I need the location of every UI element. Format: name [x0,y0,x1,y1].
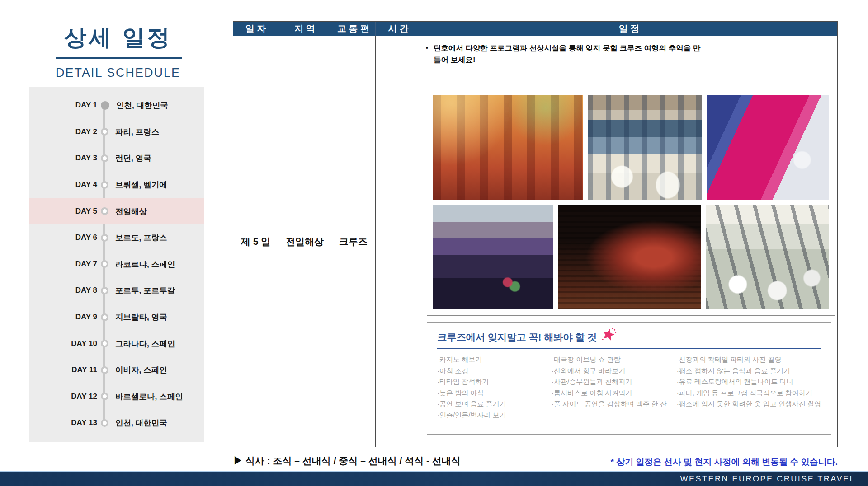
timeline-day-7: DAY 7 라코르냐, 스페인 [29,251,204,278]
timeline-day-9: DAY 9 지브랄타, 영국 [29,304,204,331]
col-header-time: 시 간 [376,22,421,36]
stage-show-photo [433,95,583,200]
photo-row-1 [433,95,829,200]
day-location: 전일해상 [115,206,147,217]
casino-photo [433,205,553,309]
timeline-dot [101,260,108,268]
timeline-dot [101,128,108,136]
timeline-dot [101,340,108,347]
day-label: DAY 13 [29,418,97,427]
timeline-day-1: DAY 1 인천, 대한민국 [29,92,204,119]
photo-row-2 [433,205,829,309]
day-location: 지브랄타, 영국 [115,312,167,322]
day-label: DAY 10 [29,339,97,348]
title-underline [56,57,182,59]
timeline-dot [101,181,108,189]
mustdo-item: ·공연 보며 음료 즐기기 [437,398,552,410]
mustdo-item: ·파티, 게임 등 프로그램 적극적으로 참여하기 [677,388,821,399]
day-location: 라코르냐, 스페인 [115,259,175,270]
mustdo-item: ·사관/승무원들과 친해지기 [552,376,677,388]
schedule-table: 일 자 지 역 교 통 편 시 간 일 정 제 5 일 전일해상 크루즈 • 던… [233,21,838,447]
mustdo-column-2: ·대극장 이브닝 쇼 관람 ·선외에서 항구 바라보기 ·사관/승무원들과 친해… [552,354,677,421]
timeline-dot [101,287,108,294]
timeline-day-5-active: DAY 5 전일해상 [29,198,204,224]
timeline-day-6: DAY 6 보르도, 프랑스 [29,224,204,251]
timeline-dot-filled [101,101,109,110]
timeline-day-3: DAY 3 런던, 영국 [29,145,204,172]
bullet-icon: • [426,44,428,65]
restaurant-photo [588,95,702,200]
cell-region: 전일해상 [278,36,331,447]
mustdo-column-1: ·카지노 해보기 ·아침 조깅 ·티타임 참석하기 ·늦은 밤의 야식 ·공연 … [437,354,552,421]
day-timeline-panel: DAY 1 인천, 대한민국 DAY 2 파리, 프랑스 DAY 3 런던, 영… [29,87,204,442]
day-label: DAY 8 [29,286,97,295]
mustdo-item: ·티타임 참석하기 [437,376,552,388]
mustdo-box: 크루즈에서 잊지말고 꼭! 해봐야 할 것 ·카지노 [427,322,831,435]
day-location: 파리, 프랑스 [115,126,159,137]
mustdo-item: ·선장과의 칵테일 파티와 사진 촬영 [677,354,821,365]
cell-transport: 크루즈 [331,36,376,447]
cell-schedule-content: • 던호에서 다양한 프로그램과 선상시설을 통해 잊지 못할 크루즈 여행의 … [421,36,837,447]
day-location: 보르도, 프랑스 [115,232,167,243]
timeline-dot [101,154,108,162]
page-title: 상세 일정 [29,23,207,53]
mustdo-item: ·대극장 이브닝 쇼 관람 [552,354,677,365]
timeline-dot [101,207,108,215]
day-label: DAY 12 [29,392,97,401]
mustdo-item: ·평소 접하지 않는 음식과 음료 즐기기 [677,365,821,377]
day-location: 바르셀로나, 스페인 [115,391,183,402]
star-icon [601,327,617,344]
mustdo-title: 크루즈에서 잊지말고 꼭! 해봐야 할 것 [437,331,597,344]
photo-collage [427,89,835,316]
mustdo-item: ·아침 조깅 [437,365,552,377]
cruise-intro: • 던호에서 다양한 프로그램과 선상시설을 통해 잊지 못할 크루즈 여행의 … [426,42,705,65]
footer-bar: WESTERN EUROPE CRUISE TRAVEL [0,471,868,486]
footer-brand: WESTERN EUROPE CRUISE TRAVEL [680,474,855,484]
timeline-dot [101,234,108,242]
day-label: DAY 3 [29,154,97,163]
timeline-dot [101,393,108,400]
day-label: DAY 11 [29,365,97,374]
timeline-day-8: DAY 8 포르투, 포르투갈 [29,277,204,304]
day-label: DAY 7 [29,260,97,269]
day-location: 이비자, 스페인 [115,364,167,375]
day-label: DAY 4 [29,180,97,189]
timeline-dot [101,419,108,427]
cell-date: 제 5 일 [233,36,278,447]
timeline-dot [101,366,108,374]
day-location: 인천, 대한민국 [115,417,167,428]
timeline-day-13: DAY 13 인천, 대한민국 [29,410,204,436]
mustdo-underline [437,348,821,349]
timeline-day-11: DAY 11 이비자, 스페인 [29,357,204,383]
mustdo-item: ·유료 레스토랑에서의 캔들나이트 디너 [677,376,821,388]
day-label: DAY 6 [29,233,97,242]
col-header-schedule: 일 정 [421,22,837,36]
theater-photo [558,205,701,309]
day-location: 인천, 대한민국 [116,100,168,111]
mustdo-column-3: ·선장과의 칵테일 파티와 사진 촬영 ·평소 접하지 않는 음식과 음료 즐기… [677,354,821,421]
day-location: 브뤼셀, 벨기에 [115,179,167,190]
mustdo-header: 크루즈에서 잊지말고 꼭! 해봐야 할 것 [427,323,831,344]
mustdo-item: ·늦은 밤의 야식 [437,388,552,399]
mustdo-columns: ·카지노 해보기 ·아침 조깅 ·티타임 참석하기 ·늦은 밤의 야식 ·공연 … [427,354,831,421]
cruise-intro-text: 던호에서 다양한 프로그램과 선상시설을 통해 잊지 못할 크루즈 여행의 추억… [434,42,705,65]
mustdo-item: ·선외에서 항구 바라보기 [552,365,677,377]
timeline-day-2: DAY 2 파리, 프랑스 [29,119,204,145]
day-location: 그라나다, 스페인 [115,338,175,349]
day-location: 포르투, 포르투갈 [115,285,175,296]
mustdo-item: ·풀 사이드 공연을 감상하며 맥주 한 잔 [552,398,677,410]
cell-time [376,36,421,447]
col-header-region: 지 역 [278,22,331,36]
day-label: DAY 9 [29,313,97,322]
mustdo-item: ·카지노 해보기 [437,354,552,365]
day-label: DAY 1 [29,101,97,110]
col-header-date: 일 자 [233,22,278,36]
day-label: DAY 5 [29,207,97,216]
day-location: 런던, 영국 [115,153,151,164]
day-label: DAY 2 [29,127,97,136]
timeline-day-4: DAY 4 브뤼셀, 벨기에 [29,172,204,198]
schedule-change-note: * 상기 일정은 선사 및 현지 사정에 의해 변동될 수 있습니다. [611,456,838,468]
water-slide-photo [707,95,829,200]
gym-photo [706,205,829,309]
timeline-dot [101,313,108,321]
